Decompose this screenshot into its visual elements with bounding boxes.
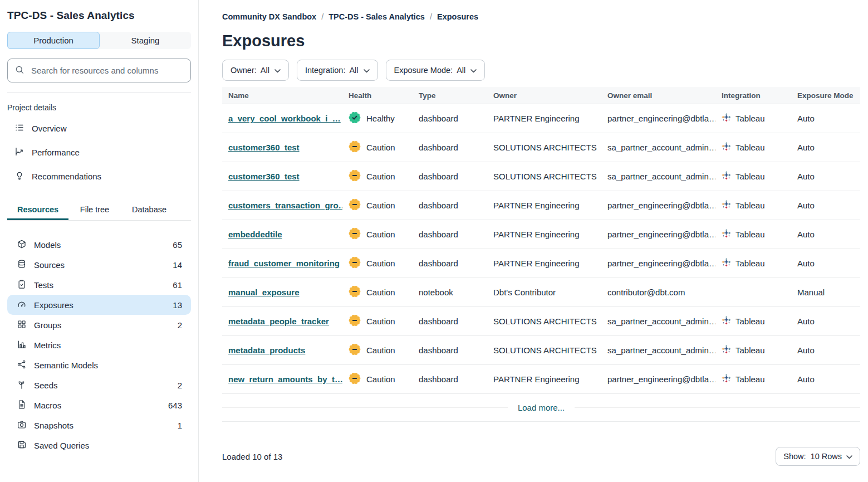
- sidebar-item-seeds[interactable]: Seeds2: [7, 375, 191, 395]
- exposure-name-link[interactable]: new_return_amounts_by_t…: [228, 374, 342, 384]
- sidebar-item-models[interactable]: Models65: [7, 235, 191, 255]
- column-header-integration: Integration: [715, 91, 791, 100]
- exposure-name-link[interactable]: manual_exposure: [228, 288, 300, 297]
- nav-item-label: Recommendations: [32, 172, 101, 181]
- owner-filter-dropdown[interactable]: Owner: All: [222, 60, 289, 81]
- sidebar-item-saved-queries[interactable]: Saved Queries: [7, 435, 191, 455]
- healthy-badge-icon: [349, 111, 361, 125]
- owner-email-cell: sa_partner_account_admin…: [601, 317, 715, 326]
- integration-label: Tableau: [735, 114, 765, 123]
- nav-item-recommendations[interactable]: Recommendations: [7, 164, 191, 188]
- health-label: Healthy: [366, 114, 395, 123]
- env-tab-staging[interactable]: Staging: [100, 32, 191, 49]
- type-cell: dashboard: [413, 345, 487, 355]
- column-header-type: Type: [413, 91, 487, 100]
- table-row: manual_exposureCautionnotebookDbt's Cont…: [222, 278, 860, 307]
- sidebar-item-groups[interactable]: Groups2: [7, 315, 191, 335]
- exposures-table-body: a_very_cool_workbook_i_…Healthydashboard…: [222, 104, 860, 394]
- owner-email-cell: partner_engineering@dbtla…: [601, 201, 715, 210]
- owner-email-cell: partner_engineering@dbtla…: [601, 230, 715, 239]
- caution-badge-icon: [349, 372, 361, 386]
- database-icon: [17, 259, 34, 271]
- resource-label: Metrics: [34, 340, 61, 350]
- exposure-name-link[interactable]: customer360_test: [228, 143, 300, 152]
- health-label: Caution: [366, 201, 395, 210]
- type-cell: dashboard: [413, 143, 487, 152]
- exposure-name-link[interactable]: customers_transaction_gro…: [228, 201, 342, 210]
- sidebar-item-exposures[interactable]: Exposures13: [7, 295, 191, 315]
- sidebar-item-snapshots[interactable]: Snapshots1: [7, 415, 191, 435]
- integration-label: Tableau: [735, 201, 765, 210]
- nav-item-overview[interactable]: Overview: [7, 116, 191, 140]
- chevron-down-icon: [364, 66, 370, 75]
- health-cell: Caution: [342, 372, 413, 386]
- sidebar-item-tests[interactable]: Tests61: [7, 275, 191, 295]
- exposure-name-link[interactable]: customer360_test: [228, 172, 300, 181]
- column-header-owner-email: Owner email: [601, 91, 715, 100]
- type-cell: dashboard: [413, 201, 487, 210]
- breadcrumb-item-current: Exposures: [437, 12, 478, 21]
- exposure-name-link[interactable]: embeddedtile: [228, 230, 282, 239]
- owner-cell: SOLUTIONS ARCHITECTS: [487, 317, 601, 326]
- filter-bar: Owner: All Integration: All Exposure Mod…: [222, 60, 860, 81]
- resource-label: Models: [34, 240, 61, 250]
- resource-count: 643: [168, 401, 182, 410]
- nav-item-performance[interactable]: Performance: [7, 140, 191, 164]
- integration-cell: Tableau: [715, 258, 791, 269]
- health-label: Caution: [366, 317, 395, 326]
- table-row: embeddedtileCautiondashboardPARTNER Engi…: [222, 220, 860, 249]
- sidebar-item-sources[interactable]: Sources14: [7, 255, 191, 275]
- caution-badge-icon: [349, 198, 361, 212]
- sidebar-item-macros[interactable]: Macros643: [7, 395, 191, 415]
- type-cell: dashboard: [413, 259, 487, 268]
- load-more-link[interactable]: Load more...: [508, 403, 575, 412]
- exposure-name-link[interactable]: metadata_products: [228, 345, 305, 355]
- environment-toggle: Production Staging: [7, 32, 191, 49]
- health-label: Caution: [366, 143, 395, 152]
- exposure-name-link[interactable]: a_very_cool_workbook_i_…: [228, 114, 341, 123]
- main-content: Community DX Sandbox / TPC-DS - Sales An…: [199, 0, 868, 482]
- show-rows-dropdown[interactable]: Show: 10 Rows: [776, 447, 860, 466]
- owner-email-cell: partner_engineering@dbtla…: [601, 259, 715, 268]
- health-cell: Caution: [342, 314, 413, 328]
- search-input[interactable]: [30, 65, 184, 76]
- resource-label: Exposures: [34, 300, 73, 310]
- sidebar-item-semantic-models[interactable]: Semantic Models: [7, 355, 191, 375]
- type-cell: dashboard: [413, 230, 487, 239]
- owner-email-cell: contributor@dbt.com: [601, 288, 715, 297]
- exposure-name-link[interactable]: fraud_customer_monitoring: [228, 259, 340, 268]
- sidebar-item-metrics[interactable]: Metrics: [7, 335, 191, 355]
- health-cell: Caution: [342, 227, 413, 241]
- breadcrumb-item-project[interactable]: TPC-DS - Sales Analytics: [328, 12, 425, 21]
- health-cell: Caution: [342, 169, 413, 183]
- tableau-icon: [722, 171, 731, 182]
- caution-badge-icon: [349, 285, 361, 299]
- sidebar: TPC-DS - Sales Analytics Production Stag…: [0, 0, 199, 482]
- integration-filter-dropdown[interactable]: Integration: All: [297, 60, 378, 81]
- owner-cell: PARTNER Engineering: [487, 374, 601, 384]
- search-icon: [14, 65, 24, 76]
- tableau-icon: [722, 345, 731, 356]
- tab-file-tree[interactable]: File tree: [68, 200, 121, 220]
- exposure-name-link[interactable]: metadata_people_tracker: [228, 317, 329, 326]
- breadcrumb-item-project-root[interactable]: Community DX Sandbox: [222, 12, 316, 21]
- health-label: Caution: [366, 345, 395, 355]
- sidebar-tabs: Resources File tree Database: [7, 200, 191, 221]
- breadcrumb-separator: /: [321, 12, 323, 21]
- owner-cell: PARTNER Engineering: [487, 201, 601, 210]
- type-cell: notebook: [413, 288, 487, 297]
- column-header-exposure-mode: Exposure Mode: [791, 91, 860, 100]
- env-tab-production[interactable]: Production: [7, 32, 100, 49]
- integration-label: Tableau: [735, 374, 765, 384]
- table-row: fraud_customer_monitoringCautiondashboar…: [222, 249, 860, 278]
- exposure-mode-filter-dropdown[interactable]: Exposure Mode: All: [386, 60, 486, 81]
- integration-cell: Tableau: [715, 229, 791, 240]
- tab-database[interactable]: Database: [121, 200, 178, 220]
- tab-resources[interactable]: Resources: [7, 200, 68, 220]
- file-text-icon: [17, 400, 34, 411]
- health-cell: Caution: [342, 343, 413, 357]
- table-row: customer360_testCautiondashboardSOLUTION…: [222, 162, 860, 191]
- resource-count: 2: [178, 381, 182, 390]
- search-box[interactable]: [7, 59, 191, 82]
- tableau-icon: [722, 258, 731, 269]
